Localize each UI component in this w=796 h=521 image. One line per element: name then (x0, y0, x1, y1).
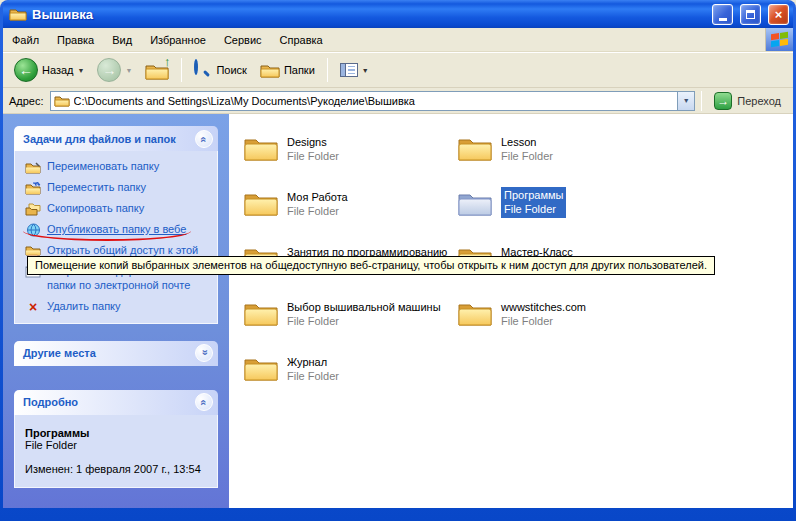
move-folder-icon (25, 181, 41, 195)
task-delete-folder[interactable]: × Удалить папку (25, 300, 211, 314)
task-publish-folder-web[interactable]: Опубликовать папку в вебе (25, 223, 211, 237)
file-name: Программы (504, 188, 563, 202)
back-icon: ← (14, 58, 38, 82)
folder-icon (243, 298, 279, 328)
folder-icon (243, 133, 279, 163)
address-path[interactable]: C:\Documents and Settings\Liza\My Docume… (74, 95, 678, 107)
minimize-icon (719, 18, 727, 21)
task-label: Переместить папку (47, 181, 146, 195)
forward-button[interactable]: → ▼ (92, 55, 137, 85)
details-title: Подробно (23, 396, 78, 408)
title-bar[interactable]: Вышивка × (3, 0, 793, 28)
views-dropdown-icon: ▼ (362, 67, 369, 74)
file-tile-lesson[interactable]: LessonFile Folder (457, 132, 671, 187)
close-icon: × (775, 8, 783, 21)
address-bar: Адрес: C:\Documents and Settings\Liza\My… (3, 88, 793, 114)
file-list-area[interactable]: DesignsFile Folder LessonFile Folder Моя… (229, 114, 793, 508)
file-name: Журнал (287, 355, 339, 369)
file-tile-moya-rabota[interactable]: Моя РаботаFile Folder (243, 187, 457, 242)
go-icon: → (714, 92, 732, 110)
maximize-icon (746, 10, 755, 19)
window-folder-icon (9, 6, 27, 22)
folders-button[interactable]: Папки (255, 59, 320, 81)
toolbar-separator (327, 58, 328, 82)
file-folder-tasks-panel: Задачи для файлов и папок « Переименоват… (14, 126, 218, 324)
file-type: File Folder (287, 149, 339, 163)
collapse-chevron-icon[interactable]: « (195, 130, 213, 148)
file-tile-designs[interactable]: DesignsFile Folder (243, 132, 457, 187)
search-button[interactable]: Поиск (189, 58, 251, 82)
search-label: Поиск (216, 64, 246, 76)
up-arrow-icon: ↑ (164, 54, 171, 69)
menu-bar: Файл Правка Вид Избранное Сервис Справка (3, 28, 793, 52)
menu-edit[interactable]: Правка (48, 28, 103, 51)
details-panel: Подробно « Программы File Folder Изменен… (14, 390, 218, 488)
minimize-button[interactable] (712, 4, 733, 25)
file-type: File Folder (504, 202, 563, 216)
other-places-panel: Другие места « (14, 341, 218, 366)
windows-flag-icon (771, 32, 788, 47)
details-body: Программы File Folder Изменен: 1 февраля… (14, 415, 218, 488)
menu-tools[interactable]: Сервис (215, 28, 271, 51)
file-tile-zhurnal[interactable]: ЖурналFile Folder (243, 352, 457, 407)
windows-logo (765, 28, 793, 51)
address-combobox[interactable]: C:\Documents and Settings\Liza\My Docume… (50, 91, 696, 111)
file-type: File Folder (501, 314, 586, 328)
folder-icon (457, 298, 493, 328)
folder-icon (243, 353, 279, 383)
file-tile-vybor-mashiny[interactable]: Выбор вышивальной машиныFile Folder (243, 297, 457, 352)
go-button[interactable]: → Переход (708, 90, 787, 112)
details-header[interactable]: Подробно « (14, 390, 218, 415)
file-type: File Folder (287, 204, 348, 218)
file-type: File Folder (501, 149, 553, 163)
maximize-button[interactable] (740, 4, 761, 25)
task-copy-folder[interactable]: Скопировать папку (25, 202, 211, 216)
back-button[interactable]: ← Назад ▼ (9, 55, 89, 85)
menu-favorites[interactable]: Избранное (141, 28, 215, 51)
task-move-folder[interactable]: Переместить папку (25, 181, 211, 195)
forward-dropdown-icon: ▼ (125, 67, 132, 74)
address-folder-icon (54, 94, 70, 107)
explorer-window: Вышивка × Файл Правка Вид Избранное Серв… (0, 0, 796, 521)
file-name: Моя Работа (287, 190, 348, 204)
file-folder-tasks-title: Задачи для файлов и папок (23, 133, 176, 145)
menu-view[interactable]: Вид (103, 28, 141, 51)
go-label: Переход (737, 95, 781, 107)
forward-icon: → (97, 58, 121, 82)
publish-web-icon (25, 223, 41, 237)
address-dropdown-icon: ▼ (683, 97, 690, 104)
expand-chevron-icon[interactable]: « (195, 344, 213, 362)
menu-file[interactable]: Файл (3, 28, 48, 51)
task-label: Опубликовать папку в вебе (47, 223, 186, 237)
other-places-title: Другие места (23, 347, 96, 359)
file-tile-wwwstitches[interactable]: wwwstitches.comFile Folder (457, 297, 671, 352)
file-tile-programmy-selected[interactable]: ПрограммыFile Folder (457, 187, 671, 242)
menu-help[interactable]: Справка (271, 28, 332, 51)
details-item-type: File Folder (25, 439, 207, 451)
task-rename-folder[interactable]: Переименовать папку (25, 160, 211, 174)
views-icon (340, 63, 358, 77)
window-body: Файл Правка Вид Избранное Сервис Справка… (3, 28, 793, 508)
collapse-chevron-icon[interactable]: « (195, 393, 213, 411)
address-dropdown-button[interactable]: ▼ (677, 92, 694, 110)
file-folder-tasks-header[interactable]: Задачи для файлов и папок « (14, 126, 218, 151)
address-label: Адрес: (9, 95, 44, 107)
toolbar: ← Назад ▼ → ▼ ↑ Поиск (3, 52, 793, 88)
views-button[interactable]: ▼ (335, 60, 374, 80)
delete-icon: × (25, 300, 41, 314)
back-dropdown-icon[interactable]: ▼ (78, 67, 85, 74)
close-button[interactable]: × (768, 4, 789, 25)
details-item-modified: Изменен: 1 февраля 2007 г., 13:54 (25, 463, 207, 475)
file-name: Lesson (501, 135, 553, 149)
folder-icon (243, 188, 279, 218)
up-button[interactable]: ↑ (140, 57, 174, 83)
window-title: Вышивка (32, 7, 705, 22)
other-places-header[interactable]: Другие места « (14, 341, 218, 366)
file-name: Designs (287, 135, 339, 149)
publish-tooltip: Помещение копий выбранных элементов на о… (27, 256, 715, 275)
details-item-name: Программы (25, 427, 207, 439)
task-pane-sidebar: Задачи для файлов и папок « Переименоват… (3, 114, 229, 508)
file-name: wwwstitches.com (501, 300, 586, 314)
rename-folder-icon (25, 160, 41, 174)
file-name: Выбор вышивальной машины (287, 300, 441, 314)
